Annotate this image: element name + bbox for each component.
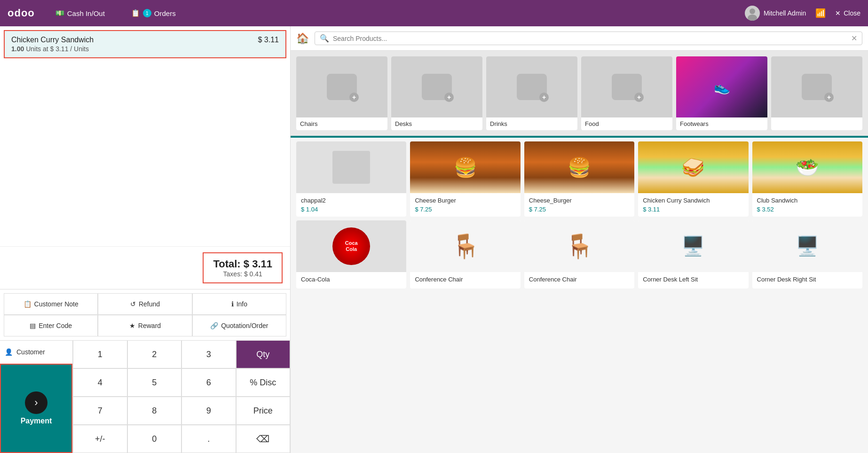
numpad-1[interactable]: 1 <box>73 340 127 368</box>
product-corner-desk-right[interactable]: 🖥️ Corner Desk Right Sit <box>752 220 862 289</box>
cash-icon: 💵 <box>55 9 64 17</box>
home-button[interactable]: 🏠 <box>296 32 309 45</box>
customer-button[interactable]: 👤 Customer <box>0 341 72 364</box>
chappal-placeholder <box>332 151 370 184</box>
numpad-backspace[interactable]: ⌫ <box>236 425 291 453</box>
product-conf-chair1[interactable]: 🪑 Conference Chair <box>410 220 520 289</box>
order-total-area: Total: $ 3.11 Taxes: $ 0.41 <box>0 246 290 289</box>
product-conf-chair2-name: Conference Chair <box>529 276 630 284</box>
numpad-qty[interactable]: Qty <box>236 340 291 368</box>
product-corner-desk-left-info: Corner Desk Left Sit <box>638 272 748 289</box>
numpad-0[interactable]: 0 <box>127 425 182 453</box>
category-desks[interactable]: Desks <box>391 56 482 130</box>
product-cheese-burger2-info: Cheese_Burger $ 7.25 <box>524 193 634 217</box>
product-corner-desk-right-name: Corner Desk Right Sit <box>757 276 858 284</box>
cash-in-out-nav[interactable]: 💵 Cash In/Out <box>50 7 110 19</box>
order-item-name: Chicken Curry Sandwich <box>11 36 94 44</box>
product-conf-chair1-image: 🪑 <box>410 220 520 272</box>
product-corner-desk-left[interactable]: 🖥️ Corner Desk Left Sit <box>638 220 748 289</box>
close-icon: ✕ <box>835 9 841 17</box>
product-corner-desk-left-name: Corner Desk Left Sit <box>643 276 743 284</box>
category-footwears[interactable]: 👟 Footwears <box>676 56 767 130</box>
numpad-price[interactable]: Price <box>236 397 291 425</box>
product-chicken-curry-info: Chicken Curry Sandwich $ 3.11 <box>638 193 748 217</box>
order-list: Chicken Curry Sandwich 1.00 Units at $ 3… <box>0 26 290 246</box>
numpad-5[interactable]: 5 <box>127 368 182 397</box>
customer-icon: 👤 <box>5 348 13 356</box>
sandwich-thumbnail: 🥪 <box>638 141 748 193</box>
numpad-8[interactable]: 8 <box>127 397 182 425</box>
product-conf-chair2[interactable]: 🪑 Conference Chair <box>524 220 634 289</box>
payment-button[interactable]: › Payment <box>0 364 72 453</box>
refund-icon: ↺ <box>130 300 136 308</box>
product-chappal2-name: chappal2 <box>301 197 402 205</box>
product-cheese-burger[interactable]: 🍔 Cheese Burger $ 7.25 <box>410 141 520 217</box>
product-chicken-curry-price: $ 3.11 <box>643 206 743 213</box>
numpad-plusminus[interactable]: +/- <box>73 425 127 453</box>
desk1-thumbnail: 🖥️ <box>638 220 748 272</box>
camera-plus-icon <box>517 74 547 100</box>
product-chicken-curry[interactable]: 🥪 Chicken Curry Sandwich $ 3.11 <box>638 141 748 217</box>
numpad-9[interactable]: 9 <box>181 397 236 425</box>
camera-plus-icon <box>802 74 832 100</box>
category-drinks-label: Drinks <box>486 117 577 130</box>
numpad-4[interactable]: 4 <box>73 368 127 397</box>
category-chairs[interactable]: Chairs <box>296 56 387 130</box>
svg-point-1 <box>748 15 757 21</box>
search-input[interactable] <box>333 35 847 42</box>
footwear-thumbnail: 👟 <box>676 56 767 117</box>
action-row-1: 📋 Customer Note ↺ Refund ℹ Info <box>4 293 286 315</box>
camera-plus-icon <box>422 74 452 100</box>
info-icon: ℹ <box>231 300 234 308</box>
product-chappal2[interactable]: chappal2 $ 1.04 <box>296 141 406 217</box>
link-icon: 🔗 <box>210 322 218 329</box>
reward-button[interactable]: ★ Reward <box>98 315 192 336</box>
order-item-price: $ 3.11 <box>258 36 279 44</box>
product-chappal2-image <box>296 141 406 193</box>
star-icon: ★ <box>129 322 135 329</box>
product-cheese-burger-image: 🍔 <box>410 141 520 193</box>
right-panel: 🏠 🔍 ✕ Chairs Desks <box>291 26 868 453</box>
category-misc-label <box>771 117 862 123</box>
numpad-3[interactable]: 3 <box>181 340 236 368</box>
chair2-thumbnail: 🪑 <box>524 220 634 272</box>
close-button[interactable]: ✕ Close <box>835 9 860 17</box>
order-item[interactable]: Chicken Curry Sandwich 1.00 Units at $ 3… <box>4 30 286 58</box>
product-conf-chair1-info: Conference Chair <box>410 272 520 289</box>
action-buttons: 📋 Customer Note ↺ Refund ℹ Info ▤ Enter … <box>0 289 290 340</box>
numpad-2[interactable]: 2 <box>127 340 182 368</box>
product-club-sandwich-image: 🥗 <box>752 141 862 193</box>
user-menu[interactable]: Mitchell Admin <box>745 6 806 21</box>
numpad-disc[interactable]: % Disc <box>236 368 291 397</box>
quotation-button[interactable]: 🔗 Quotation/Order <box>192 315 286 336</box>
numpad-area: 👤 Customer › Payment 1 2 3 Qty 4 5 6 % D… <box>0 340 290 453</box>
customer-note-button[interactable]: 📋 Customer Note <box>4 293 98 315</box>
category-misc[interactable] <box>771 56 862 130</box>
product-cheese-burger2-price: $ 7.25 <box>529 206 630 213</box>
odoo-logo: odoo <box>8 7 35 19</box>
numpad: 1 2 3 Qty 4 5 6 % Disc 7 8 9 Price +/- 0… <box>73 340 290 453</box>
orders-icon: 📋 <box>131 9 140 17</box>
desk2-thumbnail: 🖥️ <box>752 220 862 272</box>
customer-section: 👤 Customer › Payment <box>0 340 73 453</box>
refund-button[interactable]: ↺ Refund <box>98 293 192 315</box>
numpad-7[interactable]: 7 <box>73 397 127 425</box>
product-cheese-burger2[interactable]: 🍔 Cheese_Burger $ 7.25 <box>524 141 634 217</box>
category-drinks-image <box>486 56 577 117</box>
enter-code-button[interactable]: ▤ Enter Code <box>4 315 98 336</box>
info-button[interactable]: ℹ Info <box>192 293 286 315</box>
product-corner-desk-right-image: 🖥️ <box>752 220 862 272</box>
product-club-sandwich[interactable]: 🥗 Club Sandwich $ 3.52 <box>752 141 862 217</box>
product-coca-cola[interactable]: CocaCola Coca-Cola <box>296 220 406 289</box>
numpad-6[interactable]: 6 <box>181 368 236 397</box>
barcode-icon: ▤ <box>30 322 36 329</box>
category-drinks[interactable]: Drinks <box>486 56 577 130</box>
search-clear-icon[interactable]: ✕ <box>851 34 857 43</box>
numpad-dot[interactable]: . <box>181 425 236 453</box>
orders-nav[interactable]: 📋 1 Orders <box>126 7 181 19</box>
orders-label: Orders <box>154 9 176 17</box>
sandwich2-thumbnail: 🥗 <box>752 141 862 193</box>
category-food[interactable]: Food <box>581 56 672 130</box>
order-total: Total: $ 3.11 <box>213 258 272 270</box>
header-right: Mitchell Admin 📶 ✕ Close <box>745 6 860 21</box>
